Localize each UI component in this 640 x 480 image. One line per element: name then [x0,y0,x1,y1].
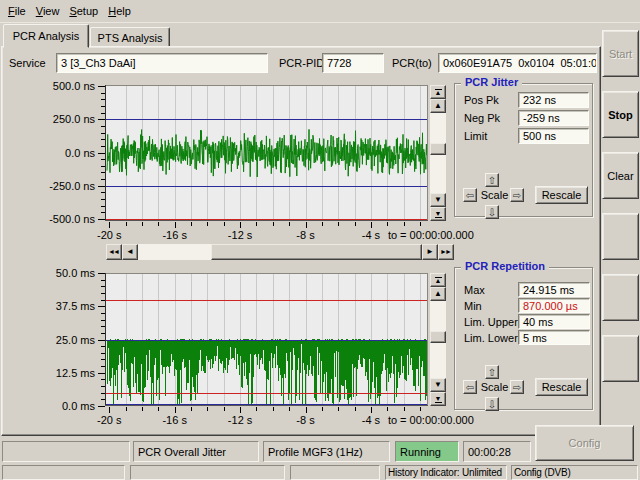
jitter-scale-label: Scale [480,188,509,202]
max-field: 24.915 ms [518,282,590,297]
pcr-repetition-title: PCR Repetition [461,260,549,272]
pos-pk-field: 232 ns [518,92,589,108]
scroll-left-icon[interactable]: ◄ [122,244,138,260]
pcr-to-field[interactable]: 0x060E91A75 0x0104 05:01:05 [438,53,597,73]
tab-pts-analysis[interactable]: PTS Analysis [90,27,170,47]
jitter-rescale-label: Rescale [542,189,582,201]
blank-button-1[interactable] [602,213,639,260]
tab-pcr-analysis[interactable]: PCR Analysis [3,24,89,48]
jitter-scroll-bottom-icon[interactable]: ▼ [430,207,446,221]
repetition-scroll-up-icon[interactable]: ▲ [430,287,446,301]
status-empty-1 [2,441,130,462]
neg-pk-value: -259 ns [523,112,560,124]
neg-pk-field: -259 ns [518,110,589,126]
lim-lower-label: Lim. Lower [464,330,518,345]
max-label: Max [464,282,485,297]
jitter-scroll-top-icon[interactable]: ▲ [430,85,446,99]
pcr_repetition_vs_time-ytick: 25.0 ms [37,334,95,346]
pcr_repetition_vs_time-end-label: to = 00:00:00.000 [388,414,483,426]
repetition-rescale-button[interactable]: Rescale [535,378,588,396]
status2-config: Config (DVB) [511,465,638,480]
repetition-scale-right-button[interactable]: ⇨ [510,380,524,394]
scroll-far-right-icon[interactable]: ►► [438,244,454,260]
scroll-right-icon[interactable]: ► [422,244,438,260]
pcr_repetition_vs_time-ytick: 0.0 ms [37,400,95,412]
pcr_jitter_vs_time-svg [94,85,430,229]
jitter-scale-down-button[interactable]: ⇩ [485,205,499,219]
repetition-scroll-down-icon[interactable]: ▼ [430,378,446,392]
limit-label: Limit [464,128,487,144]
pcr_jitter_vs_time-xtick: -12 s [214,229,266,241]
stop-button[interactable]: Stop [602,91,639,138]
min-field: 870.000 µs [518,298,590,313]
pcr-repetition-groupbox: PCR Repetition Max 24.915 ms Min 870.000… [454,267,593,410]
pcr_jitter_vs_time-xtick: -8 s [280,229,332,241]
neg-pk-label: Neg Pk [464,110,500,126]
status-profile: Profile MGF3 (1Hz) [263,441,390,462]
time-scroll-thumb[interactable] [211,244,422,260]
pcr-jitter-title: PCR Jitter [461,76,522,88]
blank-button-2[interactable] [602,274,639,321]
pcr-analysis-page: Service 3 [3_Ch3 DaAi] PCR-PID 7728 PCR(… [1,46,601,436]
menu-setup[interactable]: Setup [64,2,103,21]
jitter-scale-right-button[interactable]: ⇨ [510,188,524,202]
application-window: File View Setup Help PCR Analysis PTS An… [0,0,640,480]
lim-upper-field: 40 ms [518,314,590,329]
lim-lower-value: 5 ms [523,332,547,344]
repetition-scale-down-button[interactable]: ⇩ [485,397,499,411]
repetition-scale-up-button[interactable]: ⇧ [485,365,499,379]
pcr-pid-field[interactable]: 7728 [322,53,384,73]
status-overall-jitter: PCR Overall Jitter [133,441,259,462]
pos-pk-label: Pos Pk [464,92,499,108]
pcr_jitter_vs_time-ytick: 500.0 ns [37,80,95,92]
status2-history-indicator: History Indicator: Unlimited [385,465,507,480]
jitter-scale-left-button[interactable]: ⇦ [463,188,477,202]
service-field[interactable]: 3 [3_Ch3 DaAi] [56,53,268,73]
pcr-pid-label: PCR-PID [279,53,324,73]
limit-field: 500 ns [518,128,589,144]
service-value: 3 [3_Ch3 DaAi] [61,57,136,69]
pcr_repetition_vs_time-xtick: -20 s [83,414,135,426]
pcr_jitter_vs_time-ytick: -250.0 ns [37,180,95,192]
blank-button-3[interactable] [602,335,639,382]
pcr_repetition_vs_time-ytick: 50.0 ms [37,267,95,279]
menu-help[interactable]: Help [103,2,136,21]
pcr_repetition_vs_time-svg [94,273,430,414]
repetition-scroll-thumb[interactable] [430,331,446,343]
pcr_jitter_vs_time-ytick: 250.0 ns [37,113,95,125]
clear-button[interactable]: Clear [602,152,639,199]
pcr_jitter_vs_time-xtick: -20 s [83,229,135,241]
pcr-jitter-groupbox: PCR Jitter Pos Pk 232 ns Neg Pk -259 ns … [454,83,593,217]
jitter-scale-up-button[interactable]: ⇧ [485,173,499,187]
menu-file[interactable]: File [3,2,31,21]
jitter-scroll-thumb[interactable] [430,143,446,155]
pcr_jitter_vs_time-ytick: 0.0 ns [37,147,95,159]
status-running: Running [395,441,459,462]
menu-view[interactable]: View [31,2,65,21]
tab-pcr-analysis-label: PCR Analysis [13,30,80,42]
tab-pts-analysis-label: PTS Analysis [98,32,163,44]
pcr_repetition_vs_time-xtick: -8 s [280,414,332,426]
pcr_jitter_vs_time-ytick: -500.0 ns [37,213,95,225]
scroll-far-left-icon[interactable]: ◄◄ [106,244,122,260]
repetition-scale-left-button[interactable]: ⇦ [463,380,477,394]
status-elapsed-time: 00:00:28 [463,441,531,462]
pcr-to-label: PCR(to) [392,53,432,73]
pcr_repetition_vs_time-ytick: 37.5 ms [37,300,95,312]
lim-upper-value: 40 ms [523,316,553,328]
repetition-scroll-top-icon[interactable]: ▲ [430,273,446,287]
status2-empty-1 [2,465,125,480]
pcr_jitter_vs_time-end-label: to = 00:00:00.000 [388,229,483,241]
pcr_repetition_vs_time-xtick: -12 s [214,414,266,426]
pcr_repetition_vs_time-xtick: -16 s [149,414,201,426]
min-label: Min [464,298,482,313]
config-button[interactable]: Config [535,425,634,461]
jitter-rescale-button[interactable]: Rescale [535,186,588,204]
service-label: Service [9,53,46,73]
jitter-scroll-up-icon[interactable]: ▲ [430,99,446,113]
status2-empty-3 [290,465,380,480]
jitter-scroll-down-icon[interactable]: ▼ [430,193,446,207]
start-button[interactable]: Start [602,30,639,77]
repetition-scroll-bottom-icon[interactable]: ▼ [430,392,446,406]
min-value: 870.000 µs [523,300,578,312]
